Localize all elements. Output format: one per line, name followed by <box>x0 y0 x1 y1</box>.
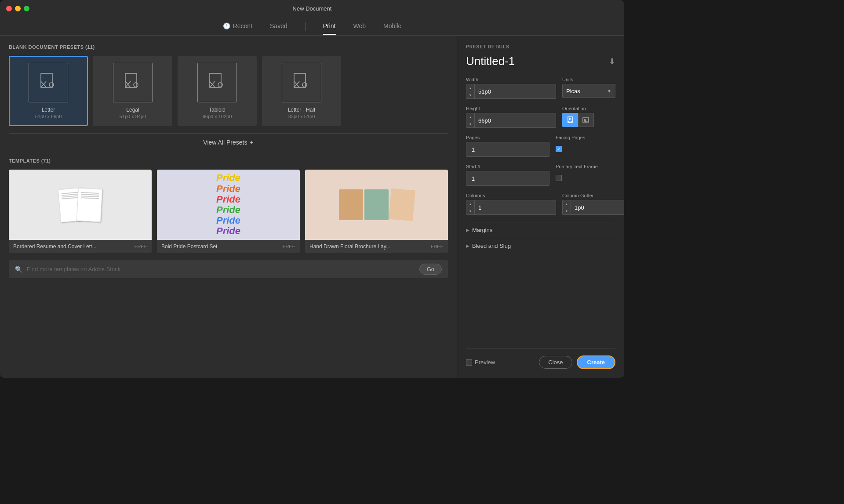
gutter-group: Column Gutter ▲ ▼ <box>562 193 624 215</box>
preset-legal[interactable]: Legal 51p0 x 84p0 <box>93 56 172 126</box>
start-group: Start # <box>466 164 549 186</box>
minimize-traffic-light[interactable] <box>15 6 21 11</box>
gutter-down-btn[interactable]: ▼ <box>563 207 571 214</box>
template-resume-badge: FREE <box>135 244 147 249</box>
close-traffic-light[interactable] <box>6 6 12 11</box>
primary-text-checkbox[interactable] <box>556 175 562 181</box>
height-input[interactable] <box>475 113 556 127</box>
tab-print[interactable]: Print <box>323 22 336 35</box>
start-input[interactable] <box>466 171 549 185</box>
columns-down-btn[interactable]: ▼ <box>466 207 474 214</box>
tab-web[interactable]: Web <box>353 22 366 35</box>
height-down-btn[interactable]: ▼ <box>466 120 474 127</box>
bleed-slug-toggle[interactable]: ▶ Bleed and Slug <box>466 238 615 254</box>
columns-input-row: ▲ ▼ <box>466 200 556 215</box>
height-input-row: ▲ ▼ <box>466 113 556 128</box>
start-label: Start # <box>466 164 549 169</box>
width-group: Width ▲ ▼ <box>466 77 556 99</box>
width-up-btn[interactable]: ▲ <box>466 84 474 91</box>
template-floral-badge: FREE <box>431 244 444 249</box>
save-preset-icon[interactable]: ⬇ <box>609 57 615 66</box>
search-icon: 🔍 <box>15 266 22 273</box>
preset-letter-half[interactable]: Letter - Half 33p0 x 51p0 <box>262 56 341 126</box>
columns-input[interactable] <box>475 200 556 214</box>
template-floral-info: Hand Drawn Floral Brochure Lay... FREE <box>305 240 448 253</box>
preview-checkbox[interactable] <box>466 359 472 366</box>
portrait-button[interactable] <box>562 113 578 127</box>
start-primary-row: Start # Primary Text Frame <box>466 164 615 186</box>
height-orientation-row: Height ▲ ▼ Orientation <box>466 106 615 128</box>
clock-icon: 🕐 <box>223 22 230 29</box>
landscape-button[interactable] <box>578 113 594 127</box>
tab-recent[interactable]: 🕐 Recent <box>223 22 252 35</box>
view-all-presets-btn[interactable]: View All Presets + <box>9 133 448 151</box>
preset-letter-name: Letter <box>42 107 55 113</box>
height-spinner[interactable]: ▲ ▼ <box>466 113 475 127</box>
preset-tabloid-size: 66p0 x 102p0 <box>203 114 232 119</box>
tab-mobile[interactable]: Mobile <box>383 22 401 35</box>
template-pride-info: Bold Pride Postcard Set FREE <box>157 240 300 253</box>
margins-toggle[interactable]: ▶ Margins <box>466 222 615 238</box>
window-title: New Document <box>293 5 332 12</box>
columns-gutter-row: Columns ▲ ▼ Column Gutter ▲ ▼ <box>466 193 615 215</box>
template-pride[interactable]: Pride Pride Pride Pride Pride Pride Bold… <box>157 170 300 253</box>
pages-input[interactable] <box>466 142 549 156</box>
height-group: Height ▲ ▼ <box>466 106 556 128</box>
preset-tabloid-icon <box>197 63 237 102</box>
gutter-spinner[interactable]: ▲ ▼ <box>563 200 571 214</box>
height-label: Height <box>466 106 556 111</box>
columns-up-btn[interactable]: ▲ <box>466 200 474 207</box>
floral-card-1 <box>339 189 363 220</box>
facing-pages-checkbox-row: ✓ <box>556 142 615 156</box>
preview-label: Preview <box>475 359 495 366</box>
template-pride-name: Bold Pride Postcard Set <box>161 243 217 250</box>
units-chevron-icon: ▼ <box>607 89 611 94</box>
resume-page-2 <box>76 188 102 222</box>
tab-saved[interactable]: Saved <box>270 22 287 35</box>
gutter-input[interactable] <box>571 200 624 214</box>
template-resume-thumb <box>9 170 152 240</box>
template-resume-info: Bordered Resume and Cover Lett... FREE <box>9 240 152 253</box>
preset-letter-icon <box>29 63 68 102</box>
margins-chevron-icon: ▶ <box>466 228 469 232</box>
preset-title: Untitled-1 <box>466 54 515 68</box>
start-input-row <box>466 171 549 186</box>
width-input[interactable] <box>475 84 556 98</box>
primary-text-label: Primary Text Frame <box>556 164 615 169</box>
templates-section: TEMPLATES (71) Bordered Resume and Cover… <box>9 158 448 278</box>
columns-spinner[interactable]: ▲ ▼ <box>466 200 475 214</box>
template-resume[interactable]: Bordered Resume and Cover Lett... FREE <box>9 170 152 253</box>
preset-legal-name: Legal <box>126 107 139 113</box>
units-select[interactable]: Picas ▼ <box>562 84 615 98</box>
pages-group: Pages <box>466 135 549 157</box>
preset-tabloid-name: Tabloid <box>209 107 226 113</box>
templates-grid: Bordered Resume and Cover Lett... FREE P… <box>9 170 448 253</box>
maximize-traffic-light[interactable] <box>24 6 29 11</box>
pages-input-row <box>466 142 549 157</box>
presets-grid: Letter 51p0 x 66p0 Legal 51p0 x 84p0 <box>9 56 448 126</box>
facing-pages-checkbox[interactable]: ✓ <box>556 146 562 152</box>
close-button[interactable]: Close <box>539 356 572 369</box>
width-spinner[interactable]: ▲ ▼ <box>466 84 475 98</box>
template-floral[interactable]: Hand Drawn Floral Brochure Lay... FREE <box>305 170 448 253</box>
gutter-up-btn[interactable]: ▲ <box>563 200 571 207</box>
preset-letter[interactable]: Letter 51p0 x 66p0 <box>9 56 88 126</box>
right-panel: PRESET DETAILS Untitled-1 ⬇ Width ▲ ▼ Un… <box>457 36 624 378</box>
preset-tabloid[interactable]: Tabloid 66p0 x 102p0 <box>178 56 257 126</box>
create-button[interactable]: Create <box>577 355 615 369</box>
preset-title-row: Untitled-1 ⬇ <box>466 54 615 68</box>
width-down-btn[interactable]: ▼ <box>466 91 474 98</box>
nav-divider <box>305 22 306 31</box>
preview-row: Preview <box>466 359 495 366</box>
height-up-btn[interactable]: ▲ <box>466 113 474 120</box>
orientation-group: Orientation <box>562 106 615 128</box>
preset-legal-size: 51p0 x 84p0 <box>120 114 146 119</box>
units-group: Units Picas ▼ <box>562 77 615 99</box>
svg-point-7 <box>302 83 307 87</box>
facing-pages-group: Facing Pages ✓ <box>556 135 615 157</box>
search-go-button[interactable]: Go <box>419 264 442 275</box>
plus-icon: + <box>250 139 253 146</box>
width-label: Width <box>466 77 556 82</box>
template-pride-thumb: Pride Pride Pride Pride Pride Pride <box>157 170 300 240</box>
primary-text-checkbox-row <box>556 171 615 185</box>
